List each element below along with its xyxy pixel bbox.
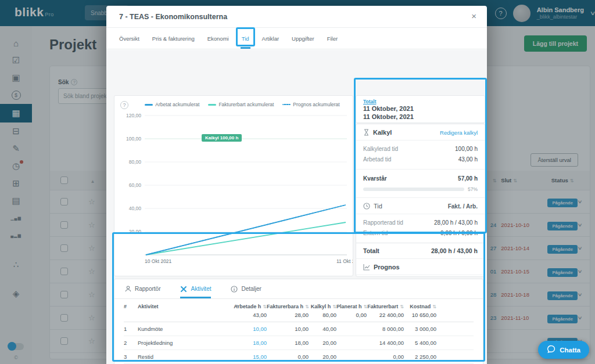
legend-item-prognos[interactable]: Prognos ackumulerat xyxy=(282,102,339,107)
col-fakturerbart[interactable]: Fakturerbart⇅ xyxy=(367,304,404,309)
tab-oversikt[interactable]: Översikt xyxy=(119,28,139,49)
prognos-chart-icon xyxy=(363,264,370,271)
person-icon xyxy=(125,286,131,292)
chat-bubble-icon xyxy=(547,345,555,355)
arbetade-link[interactable]: 18,00 xyxy=(231,340,267,346)
tab-artiklar[interactable]: Artiklar xyxy=(262,28,279,49)
chart-help-icon[interactable]: ? xyxy=(120,101,128,109)
activity-table: # Aktivitet▲ Arbetade h⇅43,00 Fakturerba… xyxy=(114,299,483,364)
prognos-title: Prognos xyxy=(374,264,400,271)
modal-tabs: Översikt Pris & fakturering Ekonomi Tid … xyxy=(106,28,487,49)
row-value: 28,00 h / 43,00 h xyxy=(434,218,478,228)
legend-key-arbetat xyxy=(145,104,153,106)
col-total: 28,00 xyxy=(267,312,309,318)
activity-row[interactable]: 2 Projektledning 18,00 18,00 20,00 14 40… xyxy=(124,336,474,350)
row-label: Arbetad tid xyxy=(363,154,391,165)
col-num[interactable]: # xyxy=(124,304,138,318)
x-label-start: 10 Okt 2021 xyxy=(145,258,171,264)
cell: 14 400,00 xyxy=(367,340,404,346)
tab-filer[interactable]: Filer xyxy=(327,28,338,49)
tid-total-label: Totalt xyxy=(363,247,379,254)
project-modal: 7 - TEAS - Ekonomikonsulterna × Översikt… xyxy=(106,6,487,364)
tab-uppgifter[interactable]: Uppgifter xyxy=(292,28,314,49)
legend-key-prognos xyxy=(282,104,291,105)
line-fakturerbart xyxy=(146,222,346,255)
cell: 2 250,00 xyxy=(404,354,436,360)
col-planerat[interactable]: Planerat h⇅ xyxy=(336,304,367,309)
kalkyl-panel: Kalkyl Redigera kalkyl Kalkylerad tid100… xyxy=(356,124,485,277)
tab-rapportor[interactable]: Rapportör xyxy=(125,279,160,298)
tab-detaljer[interactable]: Detaljer xyxy=(231,279,261,298)
row-label: Rapporterad tid xyxy=(363,218,403,228)
x-label-end: 11 Okt 2021 xyxy=(336,258,353,264)
cell: 3 000,00 xyxy=(404,326,436,332)
activity-name: Projektledning xyxy=(138,340,231,346)
col-kostnad[interactable]: Kostnad⇅ xyxy=(404,304,436,309)
modal-header: 7 - TEAS - Ekonomikonsulterna × xyxy=(106,6,487,28)
legend-key-fakturerbart xyxy=(208,104,216,106)
arbetade-link[interactable]: 15,00 xyxy=(231,354,267,360)
row-label: Extern tid xyxy=(363,228,388,239)
clock-icon xyxy=(363,203,370,210)
activity-name: Restid xyxy=(138,354,231,360)
arbetade-link[interactable]: 10,00 xyxy=(231,326,267,332)
line-chart xyxy=(145,112,347,257)
fakt-arb-header: Fakt. / Arb. xyxy=(448,203,478,210)
chart-legend: Arbetat ackumulerat Fakturerbart ackumul… xyxy=(132,102,353,107)
cell: 10,00 xyxy=(267,326,309,332)
legend-item-arbetat[interactable]: Arbetat ackumulerat xyxy=(145,102,199,107)
tab-ekonomi[interactable]: Ekonomi xyxy=(207,28,229,49)
modal-body: ? Arbetat ackumulerat Fakturerbart ackum… xyxy=(106,50,487,364)
col-kalkyl[interactable]: Kalkyl h⇅ xyxy=(309,304,336,309)
cell: 20,00 xyxy=(309,340,336,346)
close-icon[interactable]: × xyxy=(471,11,476,21)
row-num: 2 xyxy=(124,340,138,346)
period-totalt-link[interactable]: Totalt xyxy=(363,99,478,104)
col-total: 43,00 xyxy=(231,312,267,318)
y-tick: 100,00 xyxy=(118,136,141,142)
activity-row[interactable]: 3 Restid 15,00 0,00 20,00 0,00 2 250,00 xyxy=(124,350,474,364)
col-total: 0,00 xyxy=(336,312,367,318)
col-total: 80,00 xyxy=(309,312,336,318)
activity-table-header: # Aktivitet▲ Arbetade h⇅43,00 Fakturerba… xyxy=(124,299,474,322)
period-date-from: 11 Oktober, 2021 xyxy=(363,104,478,113)
progress-bar xyxy=(363,188,464,191)
progress-percent: 57% xyxy=(468,186,478,192)
time-chart-card: ? Arbetat ackumulerat Fakturerbart ackum… xyxy=(114,95,353,276)
edit-kalkyl-link[interactable]: Redigera kalkyl xyxy=(440,129,478,136)
kvarstar-value: 57,00 h xyxy=(458,174,478,184)
chat-button[interactable]: Chatta xyxy=(538,341,589,359)
row-label: Kalkylerad tid xyxy=(363,144,398,154)
sort-asc-icon: ▲ xyxy=(235,304,239,307)
row-num: 3 xyxy=(124,354,138,360)
activity-cross-icon xyxy=(180,286,187,293)
col-total: 22 400,00 xyxy=(367,312,404,318)
kalkyl-reference-badge: Kalkyl 100,00 h xyxy=(202,134,242,142)
legend-item-fakturerbart[interactable]: Fakturerbart ackumulerat xyxy=(208,102,274,107)
cell: 0,00 xyxy=(367,354,404,360)
tab-tid[interactable]: Tid xyxy=(242,28,249,49)
activity-row[interactable]: 1 Kundmöte 10,00 10,00 40,00 8 000,00 3 … xyxy=(124,322,474,336)
y-tick: 60,00 xyxy=(118,182,141,188)
y-tick: 20,00 xyxy=(118,229,141,235)
row-value: 43,00 h xyxy=(458,154,478,165)
tab-pris-fakturering[interactable]: Pris & fakturering xyxy=(152,28,195,49)
period-date-to: 11 Oktober, 2021 xyxy=(363,113,478,121)
activity-name: Kundmöte xyxy=(138,326,231,332)
col-aktivitet[interactable]: Aktivitet xyxy=(138,304,159,309)
row-num: 1 xyxy=(124,326,138,332)
col-fakturerbara[interactable]: Fakturerbara h⇅ xyxy=(267,304,309,309)
col-total: 10 650,00 xyxy=(404,312,436,318)
kalkyl-title: Kalkyl xyxy=(373,129,392,136)
tid-section-title: Tid xyxy=(374,203,382,210)
tid-total-value: 28,00 h / 43,00 h xyxy=(431,247,478,254)
tab-aktivitet[interactable]: Aktivitet xyxy=(180,279,211,298)
cell: 18,00 xyxy=(267,340,309,346)
cell: 40,00 xyxy=(309,326,336,332)
hourglass-icon xyxy=(363,129,370,136)
y-tick: 80,00 xyxy=(118,159,141,165)
cell: 5 400,00 xyxy=(404,340,436,346)
modal-title: 7 - TEAS - Ekonomikonsulterna xyxy=(119,13,227,21)
row-value: 100,00 h xyxy=(455,144,478,154)
activity-card: Rapportör Aktivitet Detaljer # Aktivitet… xyxy=(114,279,483,364)
